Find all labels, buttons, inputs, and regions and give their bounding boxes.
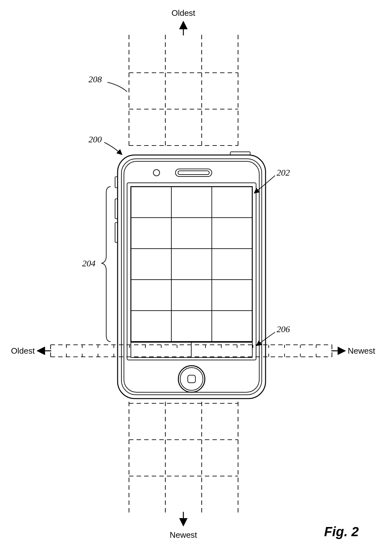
ref-200: 200: [89, 134, 102, 144]
ref-204: 204: [82, 258, 95, 268]
ref-208: 208: [89, 74, 102, 84]
svg-rect-48: [178, 171, 209, 175]
screen-grid: [131, 187, 252, 342]
ref-202: 202: [277, 168, 290, 177]
svg-point-46: [153, 170, 160, 176]
leader-202: [254, 176, 275, 193]
leader-208: [107, 82, 127, 92]
timeline-strip: [51, 342, 332, 357]
svg-point-51: [180, 368, 203, 390]
patent-figure: Oldest Newest Oldest Newest 200 202 204 …: [0, 0, 392, 552]
leader-200: [104, 142, 122, 154]
figure-number: Fig. 2: [324, 524, 359, 539]
label-left: Oldest: [11, 346, 35, 356]
svg-rect-53: [131, 187, 252, 342]
virtual-grid-bottom: [129, 402, 238, 512]
label-right: Newest: [348, 346, 375, 356]
mobile-device: [115, 152, 266, 399]
label-bottom: Newest: [170, 530, 197, 540]
svg-rect-52: [188, 375, 195, 383]
label-top: Oldest: [171, 8, 195, 18]
ref-206: 206: [277, 324, 290, 334]
svg-rect-49: [127, 183, 256, 360]
virtual-grid-top: [129, 35, 238, 146]
svg-rect-43: [118, 155, 266, 399]
svg-rect-47: [175, 169, 212, 177]
svg-point-50: [178, 366, 205, 392]
svg-rect-44: [121, 159, 262, 395]
brace-icon: [102, 187, 111, 342]
